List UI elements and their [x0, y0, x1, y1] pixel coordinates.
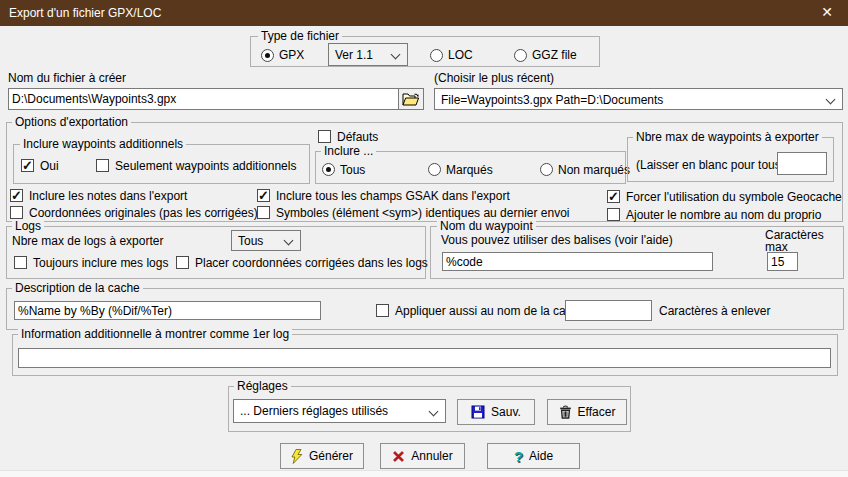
chevron-down-icon — [826, 95, 836, 105]
only-child-label: Seulement waypoints additionnels — [115, 160, 296, 173]
browse-button[interactable] — [398, 88, 424, 110]
chars-max-label: Caractères max — [765, 229, 833, 253]
clear-settings-label: Effacer — [578, 405, 616, 419]
window-title: Export d'un fichier GPX/LOC — [9, 0, 161, 26]
settings-legend: Réglages — [234, 380, 291, 393]
owner-count-label: Ajouter le nombre au nom du proprio — [626, 209, 821, 222]
defaults-label: Défauts — [337, 131, 378, 144]
description-legend: Description de la cache — [12, 282, 143, 295]
force-symbol-checkbox[interactable] — [607, 190, 620, 203]
close-icon[interactable]: ✕ — [810, 0, 844, 26]
additional-info-legend: Information additionnelle à montrer comm… — [18, 328, 292, 341]
gsak-fields-label: Inclure tous les champs GSAK dans l'expo… — [276, 190, 510, 203]
recent-label: (Choisir le plus récent) — [434, 72, 554, 85]
settings-preset-select[interactable]: ... Derniers réglages utilisés — [233, 399, 446, 423]
include-legend: Inclure ... — [321, 145, 376, 158]
gpx-version-value: Ver 1.1 — [335, 48, 373, 62]
include-notes-label: Inclure les notes dans l'export — [29, 190, 187, 203]
corrected-in-logs-checkbox[interactable] — [176, 256, 189, 269]
corrected-in-logs-label: Placer coordonnées corrigées dans les lo… — [195, 257, 428, 270]
always-my-logs-label: Toujours inclure mes logs — [33, 257, 168, 270]
only-child-checkbox[interactable] — [96, 159, 109, 172]
max-waypoints-hint: (Laisser en blanc pour tous) — [636, 159, 785, 172]
trash-icon — [559, 405, 572, 419]
floppy-disk-icon — [471, 405, 485, 419]
save-settings-button[interactable]: Sauv. — [457, 399, 535, 425]
gpx-radio-label: GPX — [279, 49, 304, 62]
clear-settings-button[interactable]: Effacer — [547, 399, 627, 425]
apply-cache-name-label: Appliquer aussi au nom de la cache — [395, 305, 585, 318]
max-logs-value: Tous — [238, 234, 263, 248]
window-bottom-edge — [0, 470, 848, 477]
max-waypoints-legend: Nbre max de waypoints à exporter — [633, 131, 822, 144]
ggz-radio[interactable] — [514, 49, 527, 62]
filetype-legend: Type de fichier — [258, 30, 342, 43]
chevron-down-icon — [429, 407, 439, 417]
description-input[interactable] — [14, 301, 321, 320]
symbols-checkbox[interactable] — [257, 206, 270, 219]
original-coords-label: Coordonnées originales (pas les corrigée… — [29, 207, 258, 220]
include-unmarked-radio[interactable] — [540, 163, 553, 176]
loc-radio-label: LOC — [448, 49, 473, 62]
owner-count-checkbox[interactable] — [607, 208, 620, 221]
export-dialog: Export d'un fichier GPX/LOC ✕ Type de fi… — [0, 0, 848, 477]
help-button[interactable]: ? Aide — [487, 443, 580, 469]
gpx-version-select[interactable]: Ver 1.1 — [328, 43, 408, 66]
force-symbol-label: Forcer l'utilisation du symbole Geocache — [626, 191, 842, 204]
apply-cache-name-checkbox[interactable] — [376, 304, 389, 317]
lightning-icon — [291, 449, 303, 464]
include-all-radio[interactable] — [322, 163, 335, 176]
cancel-label: Annuler — [411, 449, 452, 463]
include-marked-radio[interactable] — [428, 163, 441, 176]
save-settings-label: Sauv. — [491, 405, 521, 419]
always-my-logs-checkbox[interactable] — [14, 256, 27, 269]
ggz-radio-label: GGZ file — [532, 49, 577, 62]
titlebar: Export d'un fichier GPX/LOC ✕ — [0, 0, 848, 26]
defaults-checkbox[interactable] — [318, 130, 331, 143]
chars-remove-label: Caractères à enlever — [659, 305, 770, 318]
gsak-fields-checkbox[interactable] — [257, 189, 270, 202]
export-options-legend: Options d'exportation — [12, 116, 131, 129]
include-notes-checkbox[interactable] — [10, 189, 23, 202]
recent-file-select[interactable]: File=Waypoints3.gpx Path=D:\Documents — [434, 88, 843, 110]
chevron-down-icon — [391, 50, 401, 60]
additional-info-input[interactable] — [18, 348, 831, 368]
gpx-radio[interactable] — [261, 49, 274, 62]
include-all-label: Tous — [340, 164, 365, 177]
chevron-down-icon — [284, 236, 294, 246]
open-folder-icon — [402, 92, 420, 106]
waypoint-name-hint: Vous pouvez utiliser des balises (voir l… — [441, 234, 673, 247]
red-x-icon — [392, 450, 405, 463]
chars-remove-input[interactable] — [565, 300, 652, 321]
settings-preset-value: ... Derniers réglages utilisés — [240, 404, 388, 418]
generate-label: Générer — [309, 449, 353, 463]
include-unmarked-label: Non marqués — [558, 164, 630, 177]
logs-legend: Logs — [12, 220, 44, 233]
generate-button[interactable]: Générer — [280, 443, 364, 469]
chars-max-input[interactable] — [767, 252, 798, 271]
filename-input[interactable] — [8, 88, 399, 110]
filename-label: Nom du fichier à créer — [8, 72, 126, 85]
recent-file-value: File=Waypoints3.gpx Path=D:\Documents — [441, 93, 663, 107]
loc-radio[interactable] — [430, 49, 443, 62]
max-waypoints-input[interactable] — [777, 152, 827, 175]
include-marked-label: Marqués — [446, 164, 493, 177]
waypoint-name-legend: Nom du waypoint — [437, 220, 536, 233]
oui-checkbox[interactable] — [21, 159, 34, 172]
max-logs-select[interactable]: Tous — [231, 230, 301, 251]
max-logs-label: Nbre max de logs à exporter — [12, 235, 163, 248]
oui-label: Oui — [40, 160, 59, 173]
help-label: Aide — [529, 449, 553, 463]
child-waypoints-legend: Inclure waypoints additionnels — [20, 138, 186, 151]
waypoint-name-input[interactable] — [442, 252, 713, 271]
original-coords-checkbox[interactable] — [10, 206, 23, 219]
question-mark-icon: ? — [514, 448, 523, 465]
cancel-button[interactable]: Annuler — [380, 443, 465, 469]
